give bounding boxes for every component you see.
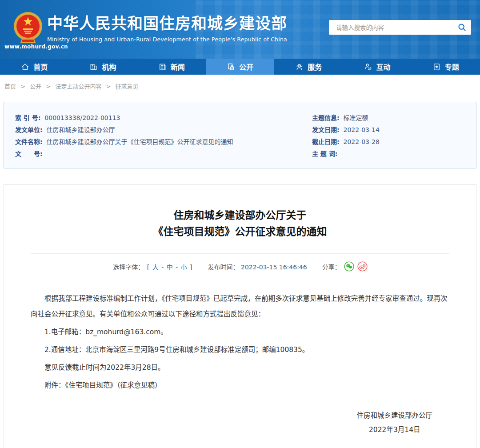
main-nav: 首页 机构 新闻 公开 服务 — [0, 59, 480, 75]
meta-label: 发文日期: — [312, 124, 340, 136]
news-icon — [158, 63, 167, 71]
breadcrumb-separator: > — [46, 83, 51, 90]
nav-tab-label: 服务 — [308, 61, 322, 72]
search-input[interactable] — [335, 24, 457, 32]
breadcrumb: 首页 > 公开 > 法定主动公开内容 > 征求意见 — [0, 75, 480, 102]
nav-tab-topics[interactable]: 专题 — [412, 59, 480, 75]
meta-row-document-number: 文 号: — [15, 148, 312, 160]
breadcrumb-disclosure[interactable]: 公开 — [30, 83, 41, 90]
nav-tab-label: 公开 — [239, 61, 253, 72]
share-label: 分享： — [322, 262, 341, 271]
nav-tab-news[interactable]: 新闻 — [137, 59, 206, 75]
meta-label: 主 题 词: — [312, 148, 337, 160]
meta-label: 截止日期: — [312, 136, 340, 148]
meta-row-keywords: 主 题 词: — [312, 148, 465, 160]
home-icon — [21, 63, 29, 71]
meta-label: 文 号: — [15, 148, 43, 160]
bracket: [ — [147, 264, 149, 271]
meta-label: 主题信息: — [312, 112, 340, 124]
meta-value: 标准定额 — [344, 112, 368, 124]
meta-label: 索 引 号: — [15, 112, 40, 124]
nav-tab-service[interactable]: 服务 — [274, 59, 343, 75]
signature-date: 2022年3月14日 — [356, 423, 432, 437]
article-paragraph-address: 2.通信地址：北京市海淀区三里河路9号住房和城乡建设部标准定额司；邮编10083… — [31, 342, 449, 358]
article-paragraph: 根据我部工程建设标准编制工作计划，《住宅项目规范》已起草完成，在前期多次征求意见… — [31, 291, 449, 322]
breadcrumb-separator: > — [106, 83, 111, 90]
nav-tab-label: 新闻 — [171, 61, 185, 72]
publish-time-value: 2022-03-15 16:46:46 — [241, 264, 307, 271]
site-title-block: 中华人民共和国住房和城乡建设部 Ministry of Housing and … — [47, 14, 287, 43]
font-size-large-link[interactable]: 大 — [152, 264, 159, 271]
meta-value: 住房和城乡建设部办公厅关于《住宅项目规范》公开征求意见的通知 — [47, 136, 233, 148]
meta-row-topic-info: 主题信息: 标准定额 — [312, 112, 465, 124]
nav-tab-home[interactable]: 首页 — [0, 59, 68, 75]
topics-icon — [432, 63, 441, 71]
meta-row-issue-date: 发文日期: 2022-03-14 — [312, 124, 465, 136]
nav-tab-label: 机构 — [102, 61, 116, 72]
font-selector-label: 选择字体： — [113, 264, 144, 271]
breadcrumb-separator: > — [20, 83, 25, 90]
nav-tab-disclosure[interactable]: 公开 — [206, 59, 274, 75]
search-icon[interactable] — [457, 23, 467, 32]
article-paragraph-email: 1.电子邮箱：bz_mohurd@163.com。 — [31, 324, 449, 340]
meta-row-deadline-date: 截止日期: 2022-03-28 — [312, 136, 465, 148]
nav-tab-interaction[interactable]: 互动 — [343, 59, 411, 75]
meta-value: 2022-03-28 — [344, 136, 380, 148]
meta-value: 住房和城乡建设部办公厅 — [47, 124, 115, 136]
meta-left-column: 索 引 号: 000013338/2022-00113 发文单位: 住房和城乡建… — [15, 112, 312, 160]
article-title-line1: 住房和城乡建设部办公厅关于 — [31, 207, 449, 224]
breadcrumb-statutory-disclosure[interactable]: 法定主动公开内容 — [55, 83, 101, 90]
site-header: www.mohurd.gov.cn 中华人民共和国住房和城乡建设部 Minist… — [0, 0, 480, 59]
site-title-en: Ministry of Housing and Urban-Rural Deve… — [47, 36, 287, 43]
font-size-medium-link[interactable]: 中 — [167, 264, 173, 271]
breadcrumb-home[interactable]: 首页 — [4, 83, 16, 90]
article-paragraph-attachment: 附件：《住宅项目规范》（征求意见稿） — [31, 378, 449, 393]
article-paragraph-deadline: 意见反馈截止时间为2022年3月28日。 — [31, 360, 449, 376]
signature-block: 住房和城乡建设部办公厅 2022年3月14日 — [31, 408, 449, 437]
font-size-selector: 选择字体： [ 大 - 中 - 小 ] — [112, 262, 192, 271]
signature-inner: 住房和城乡建设部办公厅 2022年3月14日 — [356, 408, 432, 437]
share-block: 分享： — [322, 261, 368, 272]
article-title-line2: 《住宅项目规范》公开征求意见的通知 — [31, 224, 449, 240]
meta-right-column: 主题信息: 标准定额 发文日期: 2022-03-14 截止日期: 2022-0… — [312, 112, 465, 160]
meta-label: 文件名称: — [15, 136, 43, 148]
wechat-icon[interactable] — [344, 261, 354, 272]
article-meta-row: 选择字体： [ 大 - 中 - 小 ] 发布时间： 2022-03-15 16:… — [31, 261, 449, 272]
meta-label: 发文单位: — [15, 124, 43, 136]
nav-tab-label: 首页 — [33, 61, 48, 72]
article-body: 根据我部工程建设标准编制工作计划，《住宅项目规范》已起草完成，在前期多次征求意见… — [31, 291, 449, 393]
title-divider — [31, 253, 449, 254]
font-size-small-link[interactable]: 小 — [181, 264, 187, 271]
dash: - — [161, 264, 164, 271]
nav-tab-organization[interactable]: 机构 — [68, 59, 137, 75]
dash: - — [176, 264, 178, 271]
meta-row-issuing-unit: 发文单位: 住房和城乡建设部办公厅 — [15, 124, 312, 136]
weibo-icon[interactable] — [357, 261, 368, 272]
publish-time-block: 发布时间： 2022-03-15 16:46:46 — [208, 262, 307, 271]
signature-name: 住房和城乡建设部办公厅 — [356, 408, 432, 423]
publish-time-label: 发布时间： — [208, 264, 239, 271]
article-title: 住房和城乡建设部办公厅关于 《住宅项目规范》公开征求意见的通知 — [31, 207, 449, 240]
document-meta-card: 索 引 号: 000013338/2022-00113 发文单位: 住房和城乡建… — [4, 102, 476, 168]
article-card: 住房和城乡建设部办公厅关于 《住宅项目规范》公开征求意见的通知 选择字体： [ … — [4, 184, 476, 448]
nav-tab-label: 专题 — [445, 61, 459, 72]
meta-row-index-number: 索 引 号: 000013338/2022-00113 — [15, 112, 312, 124]
meta-value: 000013338/2022-00113 — [44, 112, 120, 124]
nav-tab-label: 互动 — [376, 61, 391, 72]
disclosure-icon — [227, 63, 235, 71]
meta-row-document-title: 文件名称: 住房和城乡建设部办公厅关于《住宅项目规范》公开征求意见的通知 — [15, 136, 312, 148]
meta-value: 2022-03-14 — [344, 124, 380, 136]
site-title-cn: 中华人民共和国住房和城乡建设部 — [47, 14, 287, 33]
search-box — [329, 20, 471, 35]
breadcrumb-current: 征求意见 — [116, 83, 139, 90]
organization-icon — [89, 63, 98, 71]
national-emblem-icon — [13, 12, 43, 45]
interaction-icon — [364, 63, 372, 71]
bracket: ] — [190, 264, 192, 271]
site-url: www.mohurd.gov.cn — [4, 44, 62, 50]
service-icon — [295, 63, 304, 71]
